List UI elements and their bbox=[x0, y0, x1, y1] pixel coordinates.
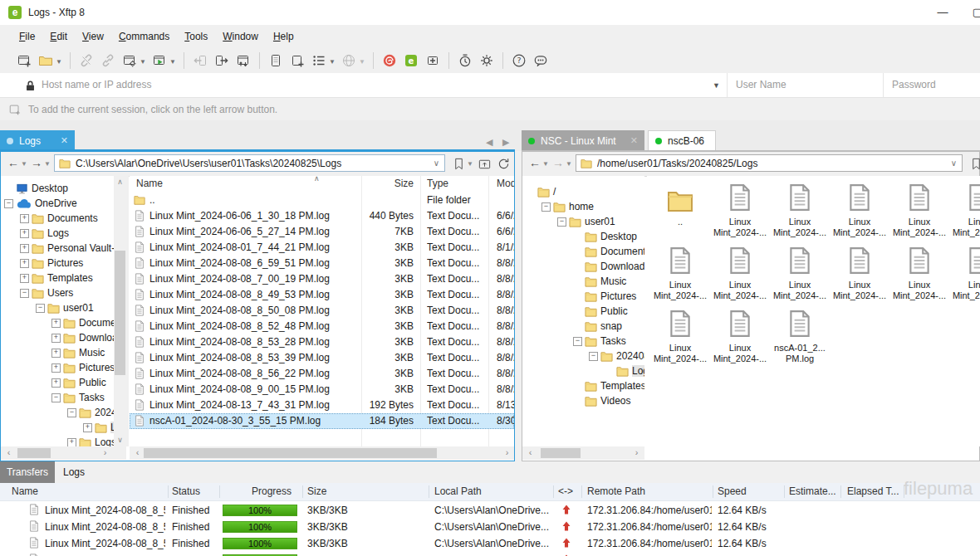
scroll-thumb[interactable] bbox=[115, 251, 125, 375]
file-item[interactable]: LinuxMint_2024-... bbox=[650, 244, 710, 301]
transfer-row[interactable]: Linux Mint_2024-08-08_8_56...Finished100… bbox=[0, 552, 980, 556]
file-row[interactable]: Linux Mint_2024-08-01_7_44_21 PM.log3KBT… bbox=[130, 240, 514, 256]
file-item[interactable]: LinuxMint_2024-... bbox=[710, 181, 770, 238]
tree-item-templates[interactable]: +Templates bbox=[1, 271, 114, 285]
column-header-name[interactable]: Name bbox=[136, 178, 163, 189]
file-item[interactable]: LinuxMint_2024-... bbox=[949, 244, 980, 301]
file-row[interactable]: Linux Mint_2024-08-08_7_00_19 PM.log3KBT… bbox=[130, 271, 514, 287]
file-item[interactable]: LinuxMint_2024-... bbox=[710, 307, 770, 364]
import-session-icon[interactable] bbox=[190, 51, 210, 71]
new-session-icon[interactable] bbox=[14, 51, 34, 71]
file-item[interactable]: LinuxMint_2024-... bbox=[770, 181, 830, 238]
back-icon[interactable]: ← bbox=[7, 156, 19, 169]
collapse-icon[interactable]: − bbox=[557, 217, 566, 227]
file-item[interactable]: LinuxMint_2024-... bbox=[889, 244, 949, 301]
tree-item-public[interactable]: Public bbox=[522, 304, 644, 319]
transfer-row[interactable]: Linux Mint_2024-08-08_8_53...Finished100… bbox=[0, 535, 980, 552]
tree-item-snap[interactable]: snap bbox=[522, 319, 644, 334]
transfer-column-elapsed-t-[interactable]: Elapsed T... bbox=[847, 485, 902, 497]
list-view-icon[interactable] bbox=[309, 51, 329, 71]
close-tab-icon[interactable]: ✕ bbox=[61, 135, 68, 146]
scroll-up-icon[interactable]: ∧ bbox=[114, 176, 126, 188]
refresh-icon[interactable] bbox=[497, 157, 511, 171]
forward-icon[interactable]: → bbox=[552, 156, 564, 169]
menu-window[interactable]: Window bbox=[215, 26, 266, 47]
tree-item-personal-vault-d[interactable]: +Personal Vault-D bbox=[1, 241, 114, 256]
tab-scroll-right-icon[interactable]: ▶ bbox=[502, 137, 509, 148]
open-xshell-icon[interactable] bbox=[380, 51, 399, 71]
back-dropdown-icon[interactable]: ▼ bbox=[542, 160, 549, 168]
copy-icon[interactable] bbox=[266, 51, 286, 71]
file-item[interactable]: LinuxMint_2024-... bbox=[949, 181, 980, 238]
file-row[interactable]: Linux Mint_2024-08-08_8_53_39 PM.log3KBT… bbox=[130, 350, 514, 366]
reconnect-icon[interactable] bbox=[98, 51, 118, 71]
disconnect-icon[interactable] bbox=[76, 51, 96, 71]
open-session-icon[interactable] bbox=[36, 51, 56, 71]
file-row[interactable]: Linux Mint_2024-08-08_6_59_51 PM.log3KBT… bbox=[130, 256, 514, 271]
feedback-icon[interactable] bbox=[531, 51, 551, 71]
open-session-dropdown-icon[interactable]: ▼ bbox=[56, 58, 63, 66]
transfer-column--[interactable]: <-> bbox=[558, 485, 580, 497]
menu-edit[interactable]: Edit bbox=[42, 26, 75, 47]
collapse-icon[interactable]: − bbox=[67, 408, 76, 417]
tab-transfers[interactable]: Transfers bbox=[0, 461, 55, 483]
transfer-column-speed[interactable]: Speed bbox=[718, 485, 782, 497]
session-properties-dropdown-icon[interactable]: ▼ bbox=[140, 58, 147, 66]
column-header-modified[interactable]: Mod bbox=[497, 178, 514, 189]
file-row[interactable]: ..File folder bbox=[130, 193, 514, 208]
bookmark-dropdown-icon[interactable]: ▼ bbox=[467, 160, 473, 168]
expand-icon[interactable]: + bbox=[20, 214, 29, 223]
local-tab-logs[interactable]: Logs ✕ bbox=[0, 130, 75, 151]
transfer-column-estimate-[interactable]: Estimate... bbox=[789, 485, 840, 497]
file-row[interactable]: Linux Mint_2024-06-06_1_30_18 PM.log440 … bbox=[130, 208, 514, 224]
file-row[interactable]: Linux Mint_2024-08-08_8_53_28 PM.log3KBT… bbox=[130, 334, 514, 350]
path-dropdown-icon[interactable]: ∨ bbox=[434, 159, 439, 168]
tab-scroll-left-icon[interactable]: ◀ bbox=[486, 137, 492, 148]
tree-item-documents[interactable]: +Documents bbox=[1, 315, 114, 330]
transfer-column-size[interactable]: Size bbox=[307, 485, 424, 497]
transfer-column-status[interactable]: Status bbox=[172, 485, 218, 497]
back-dropdown-icon[interactable]: ▼ bbox=[21, 160, 27, 168]
tree-item-documents[interactable]: Documents bbox=[522, 244, 644, 259]
forward-icon[interactable]: → bbox=[31, 156, 42, 169]
new-tab-icon[interactable] bbox=[287, 51, 307, 71]
host-input[interactable]: Host name or IP address bbox=[42, 79, 152, 90]
file-row[interactable]: Linux Mint_2024-08-08_8_49_53 PM.log3KBT… bbox=[130, 287, 514, 303]
xftp-window-icon[interactable]: e bbox=[401, 51, 421, 71]
scroll-down-icon[interactable]: ∨ bbox=[114, 434, 126, 446]
session-properties-icon[interactable] bbox=[120, 51, 140, 71]
tree-horizontal-scrollbar[interactable]: ‹ › bbox=[522, 446, 644, 460]
file-item[interactable]: nscA-01_2...PM.log bbox=[770, 307, 830, 364]
tree-item-logs[interactable]: +Logs bbox=[1, 420, 114, 435]
tree-item-desktop[interactable]: Desktop bbox=[1, 181, 114, 196]
tree-item-onedrive[interactable]: −OneDrive bbox=[1, 196, 114, 211]
tree-item-documents[interactable]: +Documents bbox=[1, 211, 114, 226]
expand-icon[interactable]: + bbox=[51, 363, 61, 373]
file-item[interactable]: LinuxMint_2024-... bbox=[830, 244, 889, 301]
menu-file[interactable]: File bbox=[12, 26, 42, 47]
expand-icon[interactable]: + bbox=[51, 349, 61, 358]
transfer-window-icon[interactable] bbox=[233, 51, 253, 71]
file-item[interactable]: LinuxMint_2024-... bbox=[889, 181, 949, 238]
file-row[interactable]: Linux Mint_2024-08-08_9_00_15 PM.log3KBT… bbox=[130, 382, 514, 397]
tree-item-logs[interactable]: Logs bbox=[522, 363, 644, 378]
tab-logs[interactable]: Logs bbox=[55, 461, 93, 483]
tree-item-music[interactable]: Music bbox=[522, 274, 644, 289]
tree-item--[interactable]: / bbox=[522, 184, 644, 199]
local-path-input[interactable]: C:\Users\Alar\OneDrive\Users\user01\Task… bbox=[54, 154, 445, 172]
tree-item-users[interactable]: −Users bbox=[1, 285, 114, 300]
bookmark-icon[interactable] bbox=[969, 157, 980, 171]
transfer-column-remote-path[interactable]: Remote Path bbox=[587, 485, 712, 497]
bookmark-icon[interactable] bbox=[452, 157, 466, 171]
transfer-column-local-path[interactable]: Local Path bbox=[434, 485, 551, 497]
parent-folder-item[interactable]: .. bbox=[650, 181, 710, 227]
options-icon[interactable] bbox=[477, 51, 497, 71]
tree-item-music[interactable]: +Music bbox=[1, 345, 114, 360]
collapse-icon[interactable]: − bbox=[589, 352, 598, 361]
expand-icon[interactable]: + bbox=[20, 229, 29, 238]
forward-dropdown-icon[interactable]: ▼ bbox=[566, 160, 572, 168]
file-row[interactable]: Linux Mint_2024-06-06_5_27_14 PM.log7KBT… bbox=[130, 224, 514, 240]
expand-icon[interactable]: + bbox=[51, 378, 61, 388]
list-view-dropdown-icon[interactable]: ▼ bbox=[329, 58, 336, 66]
forward-dropdown-icon[interactable]: ▼ bbox=[44, 160, 51, 168]
